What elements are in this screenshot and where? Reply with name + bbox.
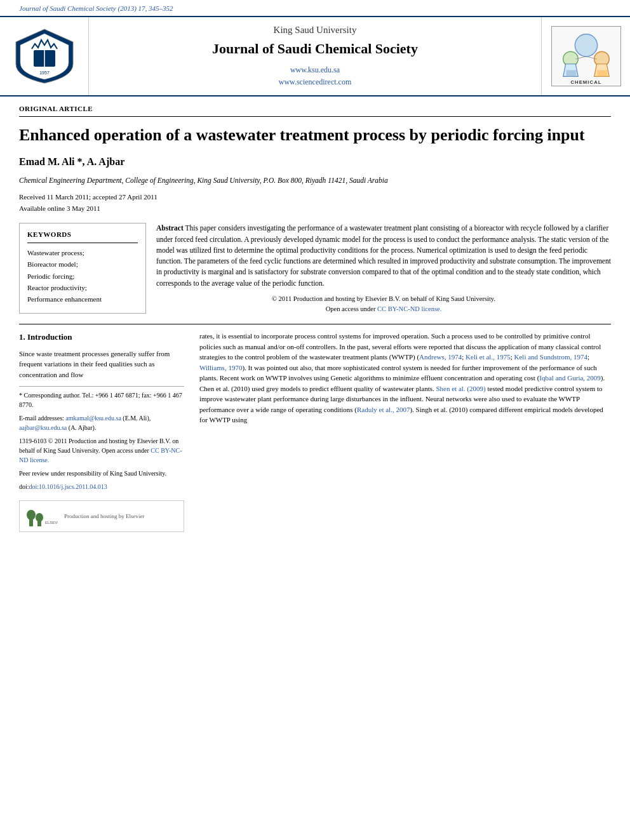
left-column: 1. Introduction Since waste treatment pr… [19,331,184,532]
ksu-logo-icon: 1957 [10,26,79,86]
svg-point-14 [27,510,36,520]
journal-name-header: Journal of Saudi Chemical Society [212,39,418,59]
copyright-block: © 2011 Production and hosting by Elsevie… [156,294,611,314]
svg-text:ELSEVIER: ELSEVIER [45,521,58,524]
header-center: King Saud University Journal of Saudi Ch… [89,17,541,95]
chemical-logo-container: CHEMICAL [541,17,630,95]
footnotes-block: * Corresponding author. Tel.: +966 1 467… [19,386,184,491]
corresponding-footnote: * Corresponding author. Tel.: +966 1 467… [19,390,184,410]
abstract-label: Abstract [156,224,184,232]
email-link-2[interactable]: aajbar@ksu.edu.sa [19,424,67,431]
article-title: Enhanced operation of a wastewater treat… [19,124,611,146]
open-access-text: Open access under CC BY-NC-ND license. [326,305,442,312]
doi-link[interactable]: doi:10.1016/j.jscs.2011.04.013 [29,483,107,490]
svg-point-4 [575,34,597,57]
url1[interactable]: www.ksu.edu.sa [290,64,340,76]
svg-point-16 [36,513,43,522]
cc-license-link[interactable]: CC BY-NC-ND license. [377,305,441,312]
keyword-4: Reactor productivity; [27,283,138,293]
intro-para2: rates, it is essential to incorporate pr… [199,331,611,425]
keyword-3: Periodic forcing; [27,272,138,281]
keyword-1: Wastewater process; [27,248,138,258]
abstract-text: Abstract This paper considers investigat… [156,223,611,289]
body-text-section: 1. Introduction Since waste treatment pr… [19,331,611,532]
cc-link-footnote[interactable]: CC BY-NC-ND license. [19,447,182,463]
right-column: rates, it is essential to incorporate pr… [199,331,611,532]
ksu-logo-container: 1957 [0,17,89,95]
ref-iqbal-guria2009[interactable]: Iqbal and Guria, 2009 [539,374,601,382]
svg-text:1957: 1957 [39,70,50,75]
keywords-abstract-section: KEYWORDS Wastewater process; Bioreactor … [19,223,611,314]
received-dates: Received 11 March 2011; accepted 27 Apri… [19,192,611,214]
ref-keli1975[interactable]: Keli et al., 1975 [466,353,511,361]
peer-review-footnote: Peer review under responsibility of King… [19,469,184,478]
ref-raduly2007[interactable]: Raduly et al., 2007 [357,406,410,413]
ref-williams1970[interactable]: Williams, 1970 [199,364,242,371]
elsevier-logo-icon: ELSEVIER [26,505,58,528]
svg-rect-9 [566,70,576,76]
header-band: 1957 King Saud University Journal of Sau… [0,16,630,96]
university-name: King Saud University [274,23,357,37]
journal-reference: Journal of Saudi Chemical Society (2013)… [0,0,630,16]
elsevier-block: ELSEVIER Production and hosting by Elsev… [19,500,184,532]
svg-rect-10 [597,70,607,76]
section-divider [19,324,611,324]
introduction-heading: 1. Introduction [19,331,184,343]
svg-text:CHEMICAL: CHEMICAL [570,79,601,85]
url2[interactable]: www.sciencedirect.com [279,76,352,88]
doi-footnote: doi:doi:10.1016/j.jscs.2011.04.013 [19,482,184,491]
abstract-section: Abstract This paper considers investigat… [156,223,611,314]
affiliation: Chemical Engineering Department, College… [19,175,611,185]
ref-andrews1974[interactable]: Andrews, 1974 [419,353,462,361]
email-footnote: E-mail addresses: amkamal@ksu.edu.sa (E.… [19,413,184,432]
issn-footnote: 1319-6103 © 2011 Production and hosting … [19,436,184,465]
email-link-1[interactable]: amkamal@ksu.edu.sa [65,415,121,422]
content-area: ORIGINAL ARTICLE Enhanced operation of a… [0,97,630,540]
authors: Emad M. Ali *, A. Ajbar [19,155,611,169]
keyword-5: Performance enhancement [27,295,138,304]
chemical-logo: CHEMICAL [551,26,621,86]
section-type-label: ORIGINAL ARTICLE [19,104,611,117]
intro-para1: Since waste treatment processes generall… [19,349,184,380]
keywords-heading: KEYWORDS [27,230,138,243]
elsevier-tagline: Production and hosting by Elsevier [64,512,144,521]
ref-keli-sundstrom1974[interactable]: Keli and Sundstrom, 1974 [514,353,588,361]
keyword-2: Bioreactor model; [27,260,138,269]
ref-shen2009[interactable]: Shen et al. (2009) [436,385,485,392]
chemical-beakers-icon: CHEMICAL [551,27,621,86]
keywords-box: KEYWORDS Wastewater process; Bioreactor … [19,223,146,314]
